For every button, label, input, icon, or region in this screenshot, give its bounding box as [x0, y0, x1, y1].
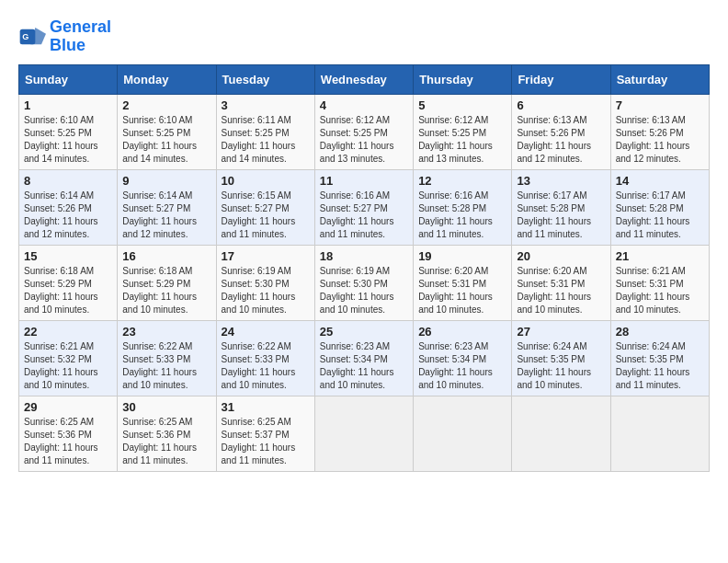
day-number: 10 [222, 174, 310, 188]
calendar-day-cell: 4Sunrise: 6:12 AMSunset: 5:25 PMDaylight… [314, 94, 413, 169]
calendar-day-cell [610, 396, 709, 471]
day-number: 22 [24, 325, 112, 339]
svg-text:G: G [22, 32, 28, 41]
weekday-header-cell: Monday [118, 64, 216, 94]
calendar-day-cell: 24Sunrise: 6:22 AMSunset: 5:33 PMDayligh… [216, 320, 314, 396]
weekday-header-cell: Wednesday [314, 64, 413, 94]
day-number: 23 [122, 325, 210, 339]
day-info: Sunrise: 6:21 AMSunset: 5:32 PMDaylight:… [24, 340, 112, 392]
day-number: 4 [320, 98, 408, 112]
calendar-day-cell: 3Sunrise: 6:11 AMSunset: 5:25 PMDaylight… [216, 94, 314, 169]
day-number: 17 [222, 249, 310, 263]
calendar-day-cell: 14Sunrise: 6:17 AMSunset: 5:28 PMDayligh… [610, 169, 709, 245]
day-number: 18 [320, 249, 408, 263]
calendar-day-cell [414, 396, 512, 471]
calendar-day-cell: 12Sunrise: 6:16 AMSunset: 5:28 PMDayligh… [414, 169, 512, 245]
calendar-day-cell: 7Sunrise: 6:13 AMSunset: 5:26 PMDaylight… [610, 94, 709, 169]
day-info: Sunrise: 6:19 AMSunset: 5:30 PMDaylight:… [222, 265, 310, 316]
day-info: Sunrise: 6:13 AMSunset: 5:26 PMDaylight:… [517, 114, 605, 166]
weekday-header-cell: Tuesday [216, 64, 314, 94]
calendar-day-cell: 19Sunrise: 6:20 AMSunset: 5:31 PMDayligh… [414, 245, 512, 320]
day-number: 30 [122, 400, 210, 414]
day-number: 29 [24, 400, 112, 414]
calendar-day-cell: 6Sunrise: 6:13 AMSunset: 5:26 PMDaylight… [512, 94, 610, 169]
day-number: 26 [418, 325, 506, 339]
day-number: 25 [320, 325, 408, 339]
calendar-day-cell: 13Sunrise: 6:17 AMSunset: 5:28 PMDayligh… [512, 169, 610, 245]
day-info: Sunrise: 6:23 AMSunset: 5:34 PMDaylight:… [418, 340, 506, 392]
calendar-day-cell: 27Sunrise: 6:24 AMSunset: 5:35 PMDayligh… [512, 320, 610, 396]
calendar-week-row: 22Sunrise: 6:21 AMSunset: 5:32 PMDayligh… [19, 320, 710, 396]
logo: G GeneralBlue [18, 18, 111, 55]
day-info: Sunrise: 6:11 AMSunset: 5:25 PMDaylight:… [222, 114, 310, 166]
calendar-day-cell: 20Sunrise: 6:20 AMSunset: 5:31 PMDayligh… [512, 245, 610, 320]
calendar-day-cell: 17Sunrise: 6:19 AMSunset: 5:30 PMDayligh… [216, 245, 314, 320]
day-info: Sunrise: 6:20 AMSunset: 5:31 PMDaylight:… [517, 265, 605, 316]
day-info: Sunrise: 6:23 AMSunset: 5:34 PMDaylight:… [320, 340, 408, 392]
day-number: 9 [122, 174, 210, 188]
calendar-day-cell: 25Sunrise: 6:23 AMSunset: 5:34 PMDayligh… [314, 320, 413, 396]
page-header: G GeneralBlue [18, 18, 710, 55]
calendar-day-cell: 9Sunrise: 6:14 AMSunset: 5:27 PMDaylight… [118, 169, 216, 245]
day-number: 24 [222, 325, 310, 339]
day-info: Sunrise: 6:12 AMSunset: 5:25 PMDaylight:… [320, 114, 408, 166]
day-number: 8 [24, 174, 112, 188]
day-number: 2 [122, 98, 210, 112]
day-number: 5 [418, 98, 506, 112]
day-number: 15 [24, 249, 112, 263]
day-number: 1 [24, 98, 112, 112]
calendar-day-cell: 30Sunrise: 6:25 AMSunset: 5:36 PMDayligh… [118, 396, 216, 471]
day-info: Sunrise: 6:10 AMSunset: 5:25 PMDaylight:… [122, 114, 210, 166]
day-number: 14 [616, 174, 704, 188]
calendar-day-cell: 18Sunrise: 6:19 AMSunset: 5:30 PMDayligh… [314, 245, 413, 320]
day-info: Sunrise: 6:16 AMSunset: 5:28 PMDaylight:… [418, 190, 506, 241]
day-number: 12 [418, 174, 506, 188]
day-info: Sunrise: 6:25 AMSunset: 5:37 PMDaylight:… [222, 416, 310, 467]
day-number: 16 [122, 249, 210, 263]
day-info: Sunrise: 6:22 AMSunset: 5:33 PMDaylight:… [222, 340, 310, 392]
calendar-day-cell: 26Sunrise: 6:23 AMSunset: 5:34 PMDayligh… [414, 320, 512, 396]
day-number: 13 [517, 174, 605, 188]
logo-name: GeneralBlue [50, 18, 111, 55]
calendar-day-cell [512, 396, 610, 471]
day-number: 27 [517, 325, 605, 339]
day-number: 20 [517, 249, 605, 263]
day-info: Sunrise: 6:21 AMSunset: 5:31 PMDaylight:… [616, 265, 704, 316]
day-info: Sunrise: 6:25 AMSunset: 5:36 PMDaylight:… [122, 416, 210, 467]
day-info: Sunrise: 6:15 AMSunset: 5:27 PMDaylight:… [222, 190, 310, 241]
calendar-day-cell: 2Sunrise: 6:10 AMSunset: 5:25 PMDaylight… [118, 94, 216, 169]
day-number: 7 [616, 98, 704, 112]
calendar-week-row: 29Sunrise: 6:25 AMSunset: 5:36 PMDayligh… [19, 396, 710, 471]
day-info: Sunrise: 6:19 AMSunset: 5:30 PMDaylight:… [320, 265, 408, 316]
calendar-day-cell: 5Sunrise: 6:12 AMSunset: 5:25 PMDaylight… [414, 94, 512, 169]
calendar-day-cell: 1Sunrise: 6:10 AMSunset: 5:25 PMDaylight… [19, 94, 118, 169]
day-info: Sunrise: 6:17 AMSunset: 5:28 PMDaylight:… [517, 190, 605, 241]
weekday-header-cell: Thursday [414, 64, 512, 94]
calendar-body: 1Sunrise: 6:10 AMSunset: 5:25 PMDaylight… [19, 94, 710, 471]
calendar-day-cell: 16Sunrise: 6:18 AMSunset: 5:29 PMDayligh… [118, 245, 216, 320]
day-info: Sunrise: 6:17 AMSunset: 5:28 PMDaylight:… [616, 190, 704, 241]
day-info: Sunrise: 6:14 AMSunset: 5:27 PMDaylight:… [122, 190, 210, 241]
day-info: Sunrise: 6:14 AMSunset: 5:26 PMDaylight:… [24, 190, 112, 241]
calendar-day-cell: 21Sunrise: 6:21 AMSunset: 5:31 PMDayligh… [610, 245, 709, 320]
calendar-day-cell: 31Sunrise: 6:25 AMSunset: 5:37 PMDayligh… [216, 396, 314, 471]
day-number: 31 [222, 400, 310, 414]
calendar-day-cell: 29Sunrise: 6:25 AMSunset: 5:36 PMDayligh… [19, 396, 118, 471]
day-number: 11 [320, 174, 408, 188]
day-info: Sunrise: 6:18 AMSunset: 5:29 PMDaylight:… [24, 265, 112, 316]
day-info: Sunrise: 6:22 AMSunset: 5:33 PMDaylight:… [122, 340, 210, 392]
weekday-header-cell: Sunday [19, 64, 118, 94]
calendar-day-cell: 22Sunrise: 6:21 AMSunset: 5:32 PMDayligh… [19, 320, 118, 396]
day-info: Sunrise: 6:16 AMSunset: 5:27 PMDaylight:… [320, 190, 408, 241]
day-info: Sunrise: 6:13 AMSunset: 5:26 PMDaylight:… [616, 114, 704, 166]
day-number: 21 [616, 249, 704, 263]
calendar-day-cell: 28Sunrise: 6:24 AMSunset: 5:35 PMDayligh… [610, 320, 709, 396]
calendar-day-cell: 23Sunrise: 6:22 AMSunset: 5:33 PMDayligh… [118, 320, 216, 396]
day-info: Sunrise: 6:20 AMSunset: 5:31 PMDaylight:… [418, 265, 506, 316]
day-info: Sunrise: 6:10 AMSunset: 5:25 PMDaylight:… [24, 114, 112, 166]
day-number: 6 [517, 98, 605, 112]
calendar-day-cell: 8Sunrise: 6:14 AMSunset: 5:26 PMDaylight… [19, 169, 118, 245]
day-number: 19 [418, 249, 506, 263]
weekday-header-cell: Friday [512, 64, 610, 94]
calendar-day-cell: 10Sunrise: 6:15 AMSunset: 5:27 PMDayligh… [216, 169, 314, 245]
